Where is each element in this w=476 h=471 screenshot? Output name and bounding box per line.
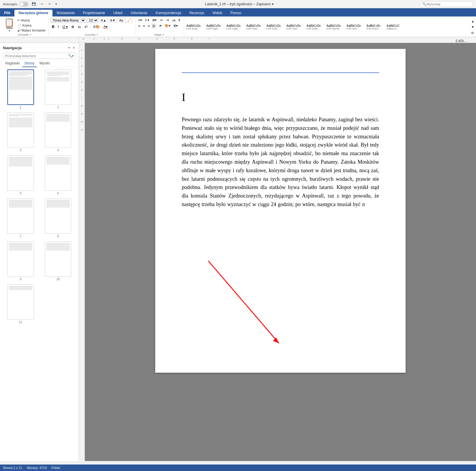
styles-down-button[interactable]: ▼ (471, 25, 474, 29)
styles-expand-button[interactable]: ⊟ (471, 31, 474, 34)
tab-pomoc[interactable]: Pomoc (226, 10, 245, 16)
tab-narzedzia[interactable]: Narzędzia główne (14, 10, 52, 16)
font-name-select[interactable]: Times New Roma (50, 18, 86, 23)
undo-icon[interactable]: ↩ (39, 1, 44, 6)
vruler-8: 8 (81, 105, 82, 107)
paste-dropdown[interactable]: ▾ (9, 29, 10, 32)
highlight-button[interactable]: A🎨 (92, 24, 101, 29)
copy-button[interactable]: 📄 Kopiuj (16, 23, 47, 28)
style-autor[interactable]: AaBbCcDc ¶ EP Autor (185, 24, 204, 31)
para-expand-icon[interactable]: ↗ (162, 33, 164, 36)
style-intro[interactable]: AaBbCcDc ¶ EP Intro (345, 24, 364, 31)
tab-widok[interactable]: Widok (208, 10, 226, 16)
shading-button[interactable]: 🎨▾ (163, 23, 172, 28)
font-size-select[interactable]: 13,5 (87, 18, 98, 23)
tab-uklad[interactable]: Układ (109, 10, 127, 16)
font-color-button[interactable]: A▾ (102, 24, 109, 29)
save-icon[interactable]: 💾 (31, 1, 37, 6)
superscript-button[interactable]: x² (83, 24, 89, 29)
style-cytat1[interactable]: AaBbCcDc ¶ EP Cytat... (205, 24, 224, 31)
ruler-label-2: 2 (121, 37, 122, 40)
page-thumb-4[interactable]: 4 (41, 112, 76, 152)
nav-tabs: Nagłówki Strony Wyniki (0, 60, 79, 67)
strikethrough-button[interactable]: ⊕ (70, 24, 76, 29)
tab-korespondencja[interactable]: Korespondencja (151, 10, 185, 16)
nav-search-input[interactable] (5, 54, 68, 58)
subscript-button[interactable]: x₂ (76, 24, 82, 29)
page-thumb-2[interactable]: 2 (41, 69, 76, 109)
page-thumb-8[interactable]: 8 (41, 198, 76, 238)
page-thumb-1[interactable]: 1 (3, 69, 38, 109)
borders-button[interactable]: ⊞▾ (172, 23, 179, 28)
nav-tab-pages[interactable]: Strony (22, 60, 37, 67)
increase-indent-button[interactable]: ⇥ (165, 18, 170, 23)
tab-wstawianie[interactable]: Wstawianie (52, 10, 79, 16)
tab-plik[interactable]: Plik (0, 10, 14, 16)
tab-recenzja[interactable]: Recenzja (185, 10, 208, 16)
copy-icon: 📄 (17, 24, 22, 27)
style-kod[interactable]: AaBbCcDc ¶ EP Kod a... (365, 24, 384, 31)
nav-search-dropdown[interactable]: ▾ (72, 54, 74, 57)
redo-icon[interactable]: ↪ (47, 1, 52, 6)
style-cwic3[interactable]: AaBbCcDc ¶ EP Ćwic... (285, 24, 304, 31)
numbering-button[interactable]: 1.▾ (144, 18, 151, 23)
paragraph-group-label: Akapit ↗ (137, 33, 181, 36)
font-separator (90, 24, 90, 29)
clipboard-expand-icon[interactable]: ↗ (29, 33, 32, 36)
page-thumb-7[interactable]: 7 (3, 198, 38, 238)
status-words[interactable]: Wyrazy: 4719 (27, 466, 47, 470)
tab-projektowanie[interactable]: Projektowanie (79, 10, 109, 16)
align-center-button[interactable]: ≡ (142, 24, 146, 28)
page-thumb-10[interactable]: 10 (41, 241, 76, 281)
page-thumb-9[interactable]: 9 (3, 241, 38, 281)
autozapis-toggle[interactable] (19, 2, 28, 6)
bullets-button[interactable]: ≡▾ (137, 18, 143, 23)
bold-button[interactable]: B (50, 24, 56, 29)
italic-button[interactable]: I (57, 24, 60, 29)
font-shrink-button[interactable]: A▼ (109, 18, 117, 23)
line-spacing-button[interactable]: ↕▾ (157, 23, 163, 28)
styles-up-button[interactable]: ▲ (471, 20, 474, 23)
nav-search-box[interactable]: 🔍 ▾ (3, 53, 76, 59)
page-num-3: 3 (20, 149, 22, 152)
align-left-button[interactable]: ≡ (137, 24, 141, 28)
underline-button[interactable]: U ▾ (61, 24, 69, 29)
cut-button[interactable]: ✂ Wytnij (16, 18, 47, 23)
font-grow-button[interactable]: A▲ (99, 18, 108, 23)
copy-label: Kopiuj (22, 24, 32, 27)
style-cwic1[interactable]: AaBbCcDc ¶ EP Ćwic... (245, 24, 264, 31)
page-thumb-5[interactable]: 5 (3, 155, 38, 195)
page-thumb-6[interactable]: 6 (41, 155, 76, 195)
page-thumb-11[interactable]: 11 (3, 284, 38, 324)
doc-area[interactable]: Łata... I Pewnego razu zdarzyło się, że … (85, 43, 476, 461)
style-last[interactable]: AaBbCcC AaBbCcC (385, 24, 404, 31)
page-thumb-3[interactable]: 3 (3, 112, 38, 152)
font-clear-button[interactable]: 🧹 (125, 18, 133, 23)
quick-access-dropdown[interactable]: ▾ (54, 1, 58, 6)
paste-button[interactable]: 📋 Wklej ▾ (3, 18, 16, 33)
tab-odwolania[interactable]: Odwołania (126, 10, 151, 16)
nav-options-button[interactable]: ▾ (68, 45, 71, 50)
nav-tab-headings[interactable]: Nagłówki (3, 60, 22, 67)
status-language[interactable]: Polski (52, 466, 60, 470)
nav-tab-results[interactable]: Wyniki (37, 60, 52, 67)
page-num-5: 5 (20, 192, 22, 195)
sort-button[interactable]: ↕A (171, 18, 177, 23)
search-icon: 🔍 (422, 2, 427, 6)
style-cytat2[interactable]: AaBbCcDc ¶ EP Cytat... (225, 24, 244, 31)
title-search-input[interactable] (427, 2, 468, 6)
show-marks-button[interactable]: ¶ (177, 18, 181, 23)
align-justify-button[interactable]: ≡ (152, 24, 156, 28)
style-defin[interactable]: AaBbCcDc ¶ EP Defin... (305, 24, 324, 31)
status-page[interactable]: Strona 1 z 11 (3, 466, 22, 470)
align-right-button[interactable]: ≡ (147, 24, 151, 28)
style-dymek[interactable]: AaBbCcDc ¶ EP Dymek (325, 24, 344, 31)
multilevel-button[interactable]: ≣▾ (151, 18, 158, 23)
title-search-box[interactable]: 🔍 (420, 1, 473, 7)
nav-close-button[interactable]: ✕ (72, 45, 76, 50)
style-cwic2[interactable]: AaBbCcDc ¶ EP Ćwic... (265, 24, 284, 31)
format-painter-button[interactable]: 🖌 Malarz formatów (16, 28, 47, 33)
font-aa-button[interactable]: Aa (118, 18, 125, 23)
font-expand-icon[interactable]: ↗ (96, 33, 98, 36)
decrease-indent-button[interactable]: ⇤ (159, 18, 164, 23)
